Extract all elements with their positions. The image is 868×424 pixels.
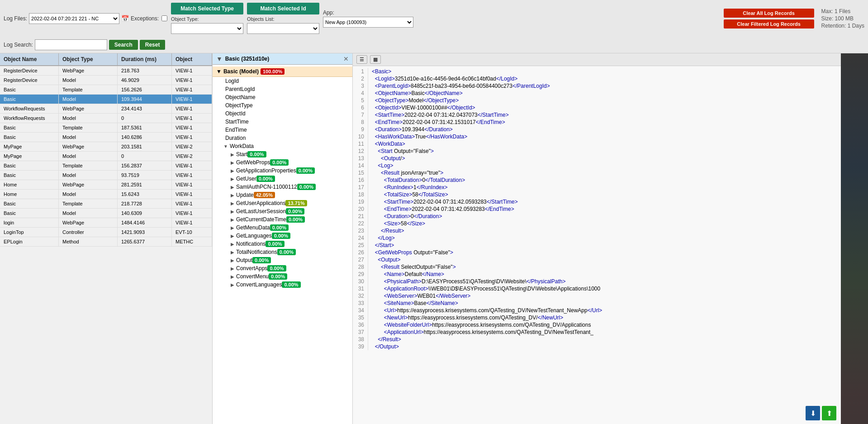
table-row[interactable]: Basic Template 156.2626 VIEW-1 bbox=[0, 85, 212, 95]
tree-expand-icon[interactable]: ▶ bbox=[231, 152, 234, 157]
xml-view-button[interactable]: ▦ bbox=[370, 55, 381, 64]
tree-expand-icon[interactable]: ▼ bbox=[223, 144, 228, 149]
tree-item[interactable]: ▶ GetCurrentDateTime 0.00% bbox=[213, 215, 352, 224]
meta-retention: Retention: 1 Days bbox=[821, 23, 864, 29]
tree-item[interactable]: ObjectName bbox=[213, 93, 352, 101]
table-row[interactable]: LoginTop Controller 1421.9093 EVT-10 bbox=[0, 228, 212, 237]
tree-expand-icon[interactable]: ▶ bbox=[231, 217, 234, 222]
table-row[interactable]: MyPage Model 0 VIEW-2 bbox=[0, 152, 212, 161]
cell-object: VIEW-1 bbox=[172, 123, 212, 132]
tree-expand-icon[interactable]: ▶ bbox=[231, 176, 234, 181]
upload-button[interactable]: ⬆ bbox=[822, 406, 836, 420]
table-row[interactable]: WorkflowRequests WebPage 234.4143 VIEW-1 bbox=[0, 104, 212, 114]
xml-line: 2 <LogId>3251d10e-a16c-4456-9ed4-6c06c14… bbox=[355, 75, 839, 82]
tree-item[interactable]: ▶ GetUser 0.00% bbox=[213, 175, 352, 183]
cell-type: Model bbox=[59, 190, 118, 199]
tree-expand-icon[interactable]: ▶ bbox=[231, 282, 234, 287]
tree-expand-icon[interactable]: ▶ bbox=[231, 185, 234, 190]
tree-item[interactable]: ParentLogId bbox=[213, 85, 352, 93]
clear-filtered-button[interactable]: Clear Filtered Log Records bbox=[724, 19, 814, 29]
table-row[interactable]: WorkflowRequests Model 0 VIEW-1 bbox=[0, 114, 212, 123]
tree-item[interactable]: LogId bbox=[213, 77, 352, 85]
tree-item[interactable]: ▶ ConvertLanguages 0.00% bbox=[213, 281, 352, 289]
tree-expand-icon[interactable]: ▶ bbox=[231, 168, 234, 173]
tree-item[interactable]: ▶ GetUserApplications 13.71% bbox=[213, 199, 352, 207]
table-row[interactable]: RegisterDevice Model 46.9029 VIEW-1 bbox=[0, 76, 212, 85]
objects-list-select[interactable] bbox=[247, 23, 319, 34]
table-row[interactable]: RegisterDevice WebPage 218.763 VIEW-1 bbox=[0, 66, 212, 76]
tree-expand-icon[interactable]: ▶ bbox=[231, 160, 234, 165]
tree-expand-icon[interactable]: ▶ bbox=[231, 233, 234, 238]
reset-button[interactable]: Reset bbox=[140, 40, 166, 50]
tree-item[interactable]: ▼ WorkData bbox=[213, 142, 352, 150]
tree-item[interactable]: ▶ Update 42.05% bbox=[213, 191, 352, 199]
tree-root-item[interactable]: ▼ Basic (Model) 100.00% bbox=[213, 67, 352, 77]
tree-expand-icon[interactable]: ▶ bbox=[231, 242, 234, 247]
table-row[interactable]: EPLogin Method 1265.6377 METHC bbox=[0, 237, 212, 247]
tree-item[interactable]: ▶ Notifications 0.00% bbox=[213, 240, 352, 248]
cell-object: METHC bbox=[172, 237, 212, 246]
line-number: 34 bbox=[355, 307, 368, 314]
tree-expand-icon[interactable]: ▶ bbox=[231, 225, 234, 230]
tree-item[interactable]: ▶ SamlAuthPCN-11000112 0.00% bbox=[213, 183, 352, 191]
table-row[interactable]: login WebPage 1484.4146 VIEW-1 bbox=[0, 218, 212, 228]
line-content: </Start> bbox=[372, 242, 394, 249]
xml-content[interactable]: 1<Basic>2 <LogId>3251d10e-a16c-4456-9ed4… bbox=[353, 66, 841, 424]
tree-item[interactable]: ▶ GetWebProps 0.00% bbox=[213, 158, 352, 167]
cell-object: VIEW-1 bbox=[172, 95, 212, 104]
match-id-button[interactable]: Match Selected Id bbox=[247, 3, 319, 14]
line-number: 21 bbox=[355, 213, 368, 220]
table-row[interactable]: Home Model 15.6243 VIEW-1 bbox=[0, 190, 212, 199]
tree-item-pct: 0.00% bbox=[297, 184, 316, 190]
search-input[interactable] bbox=[35, 39, 107, 50]
table-row[interactable]: Basic Model 93.7519 VIEW-1 bbox=[0, 171, 212, 180]
tree-item[interactable]: ObjectType bbox=[213, 101, 352, 110]
tree-expand-icon[interactable]: ▶ bbox=[231, 250, 234, 255]
table-row[interactable]: Basic Template 156.2837 VIEW-1 bbox=[0, 161, 212, 171]
calendar-button[interactable]: 📅 bbox=[121, 15, 129, 22]
table-row[interactable]: Home WebPage 281.2591 VIEW-1 bbox=[0, 180, 212, 190]
tree-item[interactable]: ▶ ConvertApps 0.00% bbox=[213, 264, 352, 272]
tree-expand-icon[interactable]: ▶ bbox=[231, 209, 234, 214]
line-content: <TotalSize>58</TotalSize> bbox=[372, 191, 448, 198]
table-row[interactable]: Basic Model 109.3944 VIEW-1 bbox=[0, 95, 212, 104]
tree-expand-icon[interactable]: ▶ bbox=[231, 193, 234, 198]
tree-item[interactable]: ▶ GetLanguages 0.00% bbox=[213, 232, 352, 240]
tree-item[interactable]: ▶ GetLastUserSession 0.00% bbox=[213, 207, 352, 215]
clear-all-button[interactable]: Clear All Log Records bbox=[724, 9, 814, 18]
tree-panel-close-button[interactable]: ✕ bbox=[343, 55, 349, 62]
log-files-select[interactable]: 2022-02-04 07:20:21 221 - NC bbox=[29, 13, 119, 24]
tree-expand-icon[interactable]: ▶ bbox=[231, 201, 234, 206]
download-button[interactable]: ⬇ bbox=[806, 406, 820, 420]
table-row[interactable]: Basic Template 187.5361 VIEW-1 bbox=[0, 123, 212, 133]
tree-item-label: ConvertLanguages bbox=[236, 281, 282, 288]
tree-item[interactable]: Duration bbox=[213, 134, 352, 142]
table-row[interactable]: MyPage WebPage 203.1581 VIEW-2 bbox=[0, 142, 212, 152]
tree-expand-icon[interactable]: ▶ bbox=[231, 266, 234, 271]
tree-item[interactable]: ▶ ConvertMenu 0.00% bbox=[213, 272, 352, 281]
tree-expand-icon[interactable]: ▶ bbox=[231, 258, 234, 263]
tree-item[interactable]: ▶ Start 0.00% bbox=[213, 150, 352, 158]
table-row[interactable]: Basic Model 140.6286 VIEW-1 bbox=[0, 133, 212, 142]
tree-item[interactable]: EndTime bbox=[213, 126, 352, 134]
bottom-action-bar: ⬇ ⬆ bbox=[806, 406, 836, 420]
tree-item[interactable]: StartTime bbox=[213, 118, 352, 126]
match-type-button[interactable]: Match Selected Type bbox=[171, 3, 243, 14]
object-type-select[interactable] bbox=[171, 23, 243, 34]
table-row[interactable]: Basic Template 218.7728 VIEW-1 bbox=[0, 199, 212, 209]
exceptions-checkbox[interactable] bbox=[161, 15, 167, 21]
tree-item[interactable]: ▶ TotalNotifications 0.00% bbox=[213, 248, 352, 256]
xml-format-button[interactable]: ☰ bbox=[356, 55, 367, 64]
col-object-type: Object Type bbox=[59, 53, 118, 65]
tree-item[interactable]: ▶ Output 0.00% bbox=[213, 256, 352, 264]
tree-item[interactable]: ▶ GetApplicationProperties 0.00% bbox=[213, 167, 352, 175]
tree-expand-icon[interactable]: ▶ bbox=[231, 274, 234, 279]
table-row[interactable]: Basic Model 140.6309 VIEW-1 bbox=[0, 209, 212, 218]
app-select[interactable]: New App (100093) bbox=[323, 17, 413, 28]
line-content: <EndTime>2022-02-04 07:31:42.0593283</En… bbox=[372, 205, 514, 213]
tree-item[interactable]: ▶ GetMenuData 0.00% bbox=[213, 224, 352, 232]
tree-item[interactable]: ObjectId bbox=[213, 110, 352, 118]
cell-object: VIEW-1 bbox=[172, 180, 212, 189]
search-button[interactable]: Search bbox=[109, 40, 138, 50]
line-content: <Result SelectOutput="False"> bbox=[372, 263, 456, 271]
